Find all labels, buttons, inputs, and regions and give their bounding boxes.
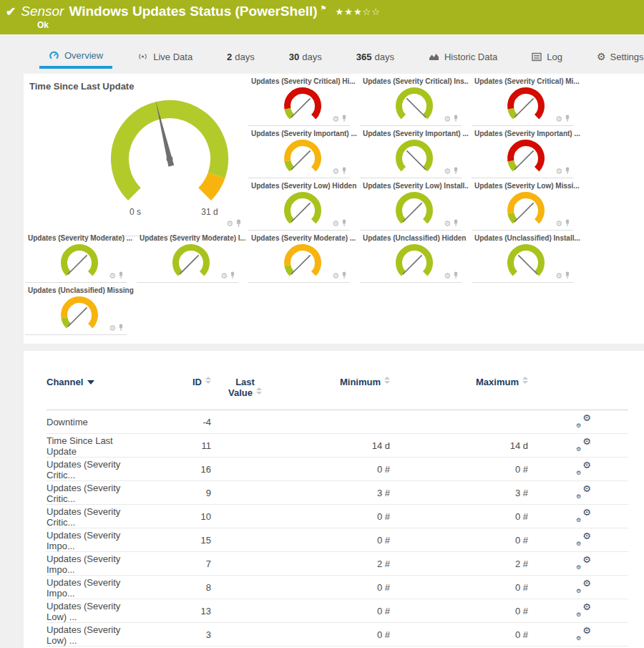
channel-settings-icon[interactable]: ⚙⚙ bbox=[575, 556, 591, 570]
pin-icon[interactable] bbox=[565, 167, 570, 175]
gauge-settings-gear-icon[interactable]: ⚙ bbox=[109, 272, 116, 279]
channel-settings-icon[interactable]: ⚙⚙ bbox=[575, 532, 591, 546]
tab-live-data[interactable]: Live Data bbox=[128, 44, 202, 69]
tab-log[interactable]: Log bbox=[522, 44, 572, 69]
tab-days[interactable]: 30days bbox=[280, 44, 331, 69]
pin-icon[interactable] bbox=[453, 167, 459, 175]
table-row[interactable]: Updates (Severity Impo...72 #2 #⚙⚙ bbox=[24, 552, 644, 576]
gauge-settings-gear-icon[interactable]: ⚙ bbox=[220, 272, 228, 279]
channel-settings-icon[interactable]: ⚙⚙ bbox=[575, 485, 591, 499]
gauge-tile[interactable]: Updates (Severity Moderate) I...⚙ bbox=[135, 231, 247, 283]
tab-label: Historic Data bbox=[444, 52, 497, 62]
cell-channel: Time Since Last Update bbox=[47, 435, 143, 457]
gauge-tile[interactable]: Updates (Severity Low) Missi...⚙ bbox=[470, 178, 582, 231]
gauge-settings-gear-icon[interactable]: ⚙ bbox=[226, 220, 233, 227]
flag-icon[interactable]: ⚑ bbox=[321, 4, 327, 12]
pin-icon[interactable] bbox=[453, 271, 459, 279]
pin-icon[interactable] bbox=[118, 324, 124, 332]
gauge-tile[interactable]: Updates (Severity Important) ...⚙ bbox=[358, 126, 470, 178]
gauge-tile[interactable]: Updates (Severity Critical) Hi...⚙ bbox=[247, 74, 358, 126]
pin-icon[interactable] bbox=[341, 167, 347, 175]
cell-id: -4 bbox=[143, 417, 211, 427]
gauge-settings-gear-icon[interactable]: ⚙ bbox=[444, 220, 451, 227]
column-header-maximum[interactable]: Maximum bbox=[390, 377, 528, 387]
table-row[interactable]: Updates (Severity Low) ...130 #0 #⚙⚙ bbox=[24, 599, 644, 623]
table-row[interactable]: Downtime-4⚙⚙ bbox=[24, 410, 644, 434]
pin-icon[interactable] bbox=[453, 219, 459, 227]
pin-icon[interactable] bbox=[565, 115, 570, 122]
gauge-settings-gear-icon[interactable]: ⚙ bbox=[332, 115, 339, 122]
gauge-tile[interactable]: Updates (Severity Important) ...⚙ bbox=[470, 126, 582, 178]
gauge-title: Updates (Unclassified) Install... bbox=[474, 234, 580, 242]
column-header-id[interactable]: ID bbox=[143, 377, 211, 387]
gauge-settings-gear-icon[interactable]: ⚙ bbox=[109, 324, 116, 332]
gauge-settings-gear-icon[interactable]: ⚙ bbox=[444, 168, 451, 175]
gauge-tile[interactable]: Updates (Severity Critical) Mi...⚙ bbox=[470, 74, 582, 126]
gauge-settings-gear-icon[interactable]: ⚙ bbox=[555, 115, 562, 122]
gauge-tile[interactable]: Updates (Severity Moderate) ...⚙ bbox=[24, 231, 135, 283]
pin-icon[interactable] bbox=[235, 219, 242, 228]
table-row[interactable]: Updates (Severity Impo...150 #0 #⚙⚙ bbox=[24, 528, 644, 552]
tab-number: 365 bbox=[356, 52, 372, 62]
table-row[interactable]: Updates (Severity Critic...93 #3 #⚙⚙ bbox=[24, 481, 644, 505]
tab-days[interactable]: 2days bbox=[218, 44, 264, 69]
tab-historic-data[interactable]: Historic Data bbox=[419, 44, 507, 69]
table-row[interactable]: Updates (Severity Low) ...30 #0 #⚙⚙ bbox=[24, 623, 644, 647]
gauge-settings-gear-icon[interactable]: ⚙ bbox=[555, 272, 562, 279]
channel-settings-icon[interactable]: ⚙⚙ bbox=[575, 508, 591, 523]
gauge-tile[interactable]: Updates (Severity Low) Install...⚙ bbox=[358, 178, 470, 231]
pin-icon[interactable] bbox=[341, 115, 347, 122]
tab-label: days bbox=[235, 52, 254, 62]
gauge-settings-gear-icon[interactable]: ⚙ bbox=[444, 272, 451, 279]
cell-maximum: 0 # bbox=[390, 606, 528, 616]
table-header-row: Channel ID LastValue Minimum Maximum bbox=[24, 377, 644, 398]
channel-settings-icon[interactable]: ⚙⚙ bbox=[575, 414, 591, 428]
pin-icon[interactable] bbox=[565, 219, 570, 227]
gauge-tile[interactable]: Updates (Unclassified) Hidden⚙ bbox=[358, 231, 470, 283]
gauge-settings-gear-icon[interactable]: ⚙ bbox=[555, 168, 562, 175]
table-row[interactable]: Updates (Severity Critic...100 #0 #⚙⚙ bbox=[24, 505, 644, 528]
gauge-tile[interactable]: Updates (Unclassified) Missing⚙ bbox=[24, 283, 135, 335]
pin-icon[interactable] bbox=[341, 219, 347, 227]
table-row[interactable]: Updates (Severity Critic...160 #0 #⚙⚙ bbox=[24, 458, 644, 481]
column-header-last-value[interactable]: LastValue bbox=[211, 377, 279, 398]
cell-channel: Updates (Severity Critic... bbox=[47, 483, 143, 504]
cell-minimum: 14 d bbox=[279, 440, 390, 451]
channel-settings-icon[interactable]: ⚙⚙ bbox=[575, 437, 591, 452]
gauge-settings-gear-icon[interactable]: ⚙ bbox=[332, 220, 339, 227]
gauge-settings-gear-icon[interactable]: ⚙ bbox=[555, 220, 562, 227]
table-row[interactable]: Updates (Severity Impo...80 #0 #⚙⚙ bbox=[24, 576, 644, 599]
table-row[interactable]: Time Since Last Update1114 d14 d⚙⚙ bbox=[24, 434, 644, 458]
tab-overview[interactable]: Overview bbox=[39, 44, 112, 69]
gauge-tile[interactable]: Updates (Unclassified) Install...⚙ bbox=[470, 231, 582, 283]
channel-settings-icon[interactable]: ⚙⚙ bbox=[575, 461, 591, 475]
gauge-settings-gear-icon[interactable]: ⚙ bbox=[332, 168, 339, 175]
gauge-tile[interactable]: Updates (Severity Moderate) ...⚙ bbox=[247, 231, 358, 283]
channel-settings-icon[interactable]: ⚙⚙ bbox=[575, 603, 591, 617]
tab-settings[interactable]: ⚙Settings bbox=[587, 44, 644, 69]
gauge-tile[interactable]: Updates (Severity Important) ...⚙ bbox=[247, 126, 358, 178]
column-header-minimum[interactable]: Minimum bbox=[279, 377, 390, 387]
priority-stars[interactable]: ★★★☆☆ bbox=[336, 6, 381, 17]
cell-minimum: 3 # bbox=[279, 488, 390, 498]
pin-icon[interactable] bbox=[453, 115, 459, 122]
column-header-channel[interactable]: Channel bbox=[47, 377, 143, 387]
pin-icon[interactable] bbox=[118, 271, 124, 279]
sort-icon bbox=[384, 377, 390, 384]
pin-icon[interactable] bbox=[230, 271, 235, 279]
gauge-tile[interactable]: Updates (Severity Low) Hidden⚙ bbox=[247, 178, 358, 231]
gauge-settings-gear-icon[interactable]: ⚙ bbox=[444, 115, 451, 122]
tab-days[interactable]: 365days bbox=[347, 44, 404, 69]
gauge-title: Updates (Severity Important) ... bbox=[251, 130, 357, 137]
channel-settings-icon[interactable]: ⚙⚙ bbox=[575, 627, 591, 641]
tab-label: Log bbox=[547, 52, 562, 62]
cell-channel: Updates (Severity Low) ... bbox=[47, 601, 143, 622]
gauge-title: Updates (Severity Low) Install... bbox=[363, 182, 469, 190]
gauge-icon bbox=[49, 50, 59, 61]
channel-settings-icon[interactable]: ⚙⚙ bbox=[575, 579, 591, 594]
gauge-tile-time-since-last-update[interactable]: Time Since Last Update 0 s 31 d ⚙ bbox=[24, 74, 247, 236]
gauge-settings-gear-icon[interactable]: ⚙ bbox=[332, 272, 339, 279]
pin-icon[interactable] bbox=[341, 271, 347, 279]
gauge-tile[interactable]: Updates (Severity Critical) Ins...⚙ bbox=[358, 74, 470, 126]
pin-icon[interactable] bbox=[565, 271, 570, 279]
